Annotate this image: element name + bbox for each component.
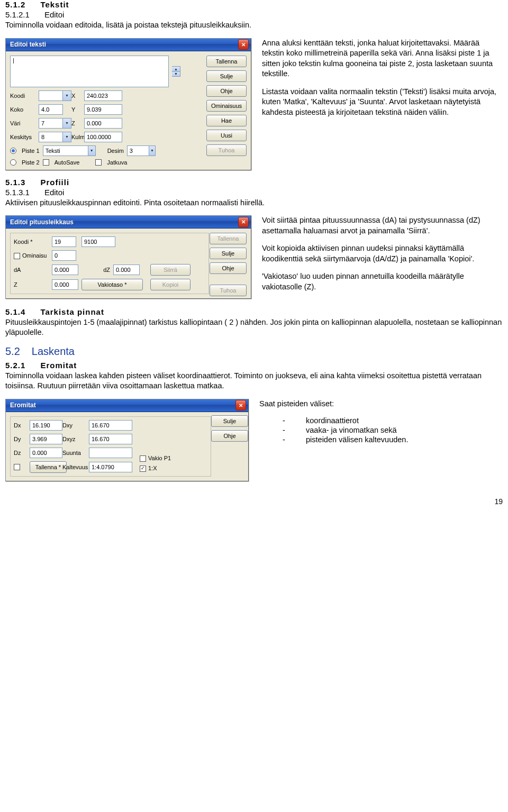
dxyz-input[interactable] <box>89 434 132 444</box>
tallenna-button[interactable]: Tallenna <box>210 233 247 244</box>
heading-521: 5.2.1Eromitat <box>5 361 503 370</box>
text-input[interactable]: | <box>10 56 169 87</box>
koodi2-input[interactable] <box>81 236 115 247</box>
kulma-input[interactable] <box>84 132 122 142</box>
heading-5121: 5.1.2.1Editoi <box>5 10 503 19</box>
heading-514: 5.1.4Tarkista pinnat <box>5 307 503 316</box>
label-koko: Koko <box>10 106 39 113</box>
label-koodi: Koodi <box>10 93 39 99</box>
chk-vakiop1[interactable] <box>140 455 146 462</box>
p-5121-1: Anna aluksi kenttään teksti, jonka halua… <box>262 38 503 79</box>
label-suunta: Suunta <box>62 450 89 456</box>
chk-tallenna[interactable] <box>14 464 20 470</box>
koodi-input[interactable] <box>39 90 63 101</box>
vari-input[interactable] <box>39 118 63 129</box>
p-521-1: Saat pisteiden väliset: <box>259 399 503 409</box>
koko-input[interactable] <box>39 104 63 115</box>
p-5121-2: Listasta voidaan valita normaalin teksti… <box>262 87 503 118</box>
uusi-button[interactable]: Uusi <box>206 130 247 141</box>
ohje-button[interactable]: Ohje <box>211 430 248 442</box>
label-desim: Desim <box>107 148 124 154</box>
dz-input[interactable] <box>113 264 140 275</box>
chevron-down-icon: ▼ <box>172 71 180 77</box>
radio-piste1[interactable] <box>10 148 16 154</box>
label-autosave: AutoSave <box>55 159 80 166</box>
close-button[interactable]: ✕ <box>238 217 249 227</box>
text-spinner[interactable]: ▲ ▼ <box>172 66 180 77</box>
label-vari: Väri <box>10 120 39 126</box>
heading-512: 5.1.2Tekstit <box>5 0 503 9</box>
dy-input[interactable] <box>30 434 62 444</box>
heading-5131: 5.1.3.1Editoi <box>5 188 503 197</box>
suunta-input[interactable] <box>89 448 132 458</box>
close-icon: ✕ <box>241 42 246 48</box>
sulje-button[interactable]: Sulje <box>210 248 247 259</box>
label-1x: 1:X <box>148 465 157 471</box>
label-z: Z <box>71 120 84 126</box>
dialog-editoi-teksti: Editoi teksti ✕ | ▲ ▼ Koodi ▼ X <box>5 38 251 170</box>
dx-input[interactable] <box>30 420 62 431</box>
dz-input[interactable] <box>30 448 62 458</box>
z-input[interactable] <box>84 118 122 129</box>
chevron-down-icon[interactable]: ▼ <box>88 145 96 156</box>
dxy-input[interactable] <box>89 420 132 431</box>
tallenna-button[interactable]: Tallenna <box>206 56 247 67</box>
siirra-button[interactable]: Siirrä <box>150 264 190 276</box>
list-521: koordinaattierot vaaka- ja vinomatkan se… <box>259 416 503 444</box>
p-521-desc: Toiminnolla voidaan laskea kahden pistee… <box>5 371 503 391</box>
chk-1x[interactable]: ✓ <box>140 466 146 472</box>
vakiotaso-button[interactable]: Vakiotaso * <box>81 279 143 290</box>
ominaisuus-button[interactable]: Ominaisuus <box>206 100 247 112</box>
chevron-down-icon[interactable]: ▼ <box>63 90 71 101</box>
kopioi-button[interactable]: Kopioi <box>150 279 190 290</box>
dialog-editoi-pituusleikkaus: Editoi pituusleikkaus ✕ Koodi * Ominaisu… <box>5 215 251 299</box>
label-y: Y <box>71 106 84 113</box>
dialog2-title: Editoi pituusleikkaus <box>10 218 74 226</box>
chevron-down-icon[interactable]: ▼ <box>63 118 71 129</box>
tallenna-button[interactable]: Tallenna * <box>30 461 67 473</box>
kaltevuus-input[interactable] <box>89 462 132 472</box>
chevron-down-icon[interactable]: ▼ <box>149 145 156 156</box>
dialog-eromitat: Eromitat ✕ Dx Dxy Dy Dxyz Dz <box>5 399 249 481</box>
close-button[interactable]: ✕ <box>235 400 246 410</box>
label-dx: Dx <box>14 422 30 428</box>
ominaisu-input[interactable] <box>52 250 76 261</box>
label-ominaisu: Ominaisu <box>22 252 47 259</box>
label-keskitys: Keskitys <box>10 134 39 140</box>
label-piste2: Piste 2 <box>22 159 40 166</box>
teksti-combo[interactable] <box>43 145 88 156</box>
dialog1-title: Editoi teksti <box>10 41 46 48</box>
label-dz: dZ <box>81 267 113 273</box>
chevron-up-icon: ▲ <box>172 66 180 71</box>
heading-513: 5.1.3Profiili <box>5 178 503 187</box>
list-item: koordinaattierot <box>283 416 503 425</box>
da-input[interactable] <box>52 264 78 275</box>
chk-autosave[interactable] <box>43 159 49 166</box>
keskitys-input[interactable] <box>39 132 63 142</box>
dialog3-title: Eromitat <box>10 402 36 409</box>
chk-jatkuva[interactable] <box>95 159 102 166</box>
close-button[interactable]: ✕ <box>238 39 249 50</box>
y-input[interactable] <box>84 104 122 115</box>
chevron-down-icon[interactable]: ▼ <box>63 132 71 142</box>
tuhoa-button[interactable]: Tuhoa <box>206 144 247 156</box>
label-x: X <box>71 93 84 99</box>
page-number: 19 <box>5 497 503 506</box>
label-dz: Dz <box>14 450 30 456</box>
radio-piste2[interactable] <box>10 159 16 166</box>
z-input[interactable] <box>52 279 78 290</box>
list-item: pisteiden välisen kaltevuuden. <box>283 435 503 444</box>
ohje-button[interactable]: Ohje <box>210 262 247 274</box>
ohje-button[interactable]: Ohje <box>206 85 247 97</box>
label-koodi: Koodi * <box>14 239 52 245</box>
chk-ominaisu[interactable] <box>14 253 20 259</box>
sulje-button[interactable]: Sulje <box>211 415 248 427</box>
tuhoa-button[interactable]: Tuhoa <box>210 285 247 296</box>
sulje-button[interactable]: Sulje <box>206 70 247 82</box>
x-input[interactable] <box>84 90 122 101</box>
hae-button[interactable]: Hae <box>206 115 247 126</box>
desim-input[interactable] <box>127 145 149 156</box>
p-5131-1: Voit siirtää pintaa pituussuunnassa (dA)… <box>262 215 503 236</box>
close-icon: ✕ <box>239 403 243 408</box>
koodi1-input[interactable] <box>52 236 76 247</box>
